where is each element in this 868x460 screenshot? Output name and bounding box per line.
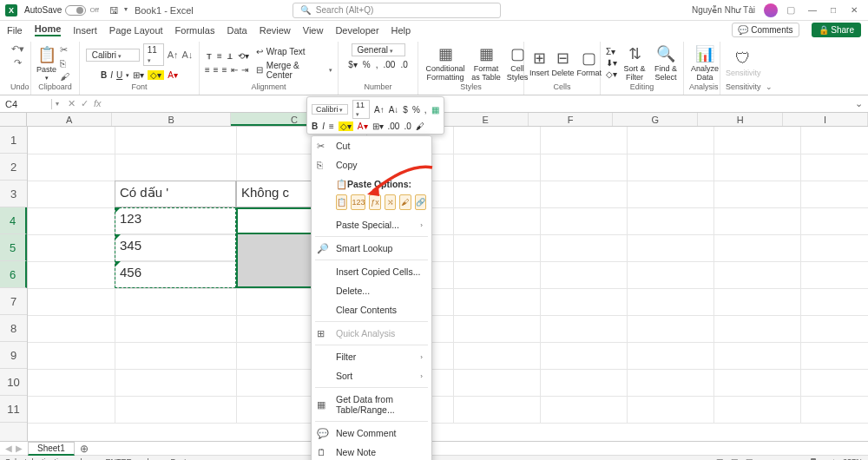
font-color-button[interactable]: A▾ [168,70,178,80]
font-size-select[interactable]: 11 [143,43,164,66]
mini-font-color-icon[interactable]: A▾ [358,122,368,131]
maximize-button[interactable]: □ [825,5,842,15]
paste-opt-link[interactable]: 🔗 [415,194,426,210]
fill-color-button[interactable]: ◇▾ [148,70,164,80]
menu-view[interactable]: View [303,25,324,36]
row-header-1[interactable]: 1 [0,127,27,154]
percent-button[interactable]: % [363,60,371,69]
analyze-data-button[interactable]: 📊Analyze Data [689,44,720,82]
row-header-2[interactable]: 2 [0,154,27,181]
sheet-prev-icon[interactable]: ◀ [5,444,12,453]
menu-file[interactable]: File [7,25,23,36]
paste-opt-transpose[interactable]: ⤭ [385,194,396,210]
mini-dec-decimal-icon[interactable]: .0 [404,122,411,131]
view-normal-icon[interactable]: ▦ [716,457,724,461]
fill-icon[interactable]: ⬇▾ [606,58,617,68]
mini-align-icon[interactable]: ≡ [329,122,334,131]
cm-smart-lookup[interactable]: 🔎Smart Lookup [312,239,431,258]
cm-insert-copied[interactable]: Insert Copied Cells... [312,262,431,281]
menu-help[interactable]: Help [391,25,411,36]
row-header-4[interactable]: 4 [0,207,27,234]
col-header-B[interactable]: B [112,113,231,126]
menu-data[interactable]: Data [227,25,247,36]
cm-cut[interactable]: ✂Cut [312,136,431,155]
row-header-5[interactable]: 5 [0,234,27,261]
delete-cells-button[interactable]: ⊟Delete [552,49,575,77]
orientation-icon[interactable]: ⟲▾ [238,51,249,61]
dec-decimal-icon[interactable]: .0 [400,60,407,69]
minimize-button[interactable]: — [804,5,821,15]
col-header-A[interactable]: A [27,113,112,126]
bold-button[interactable]: B [101,70,107,80]
col-header-H[interactable]: H [698,113,783,126]
cut-icon[interactable]: ✂ [60,44,69,56]
col-header-F[interactable]: F [529,113,614,126]
zoom-in-button[interactable]: + [832,457,836,461]
autosave-pill[interactable] [65,5,86,16]
view-break-icon[interactable]: ▣ [746,457,753,461]
comments-button[interactable]: 💬Comments [732,23,799,37]
format-as-table-button[interactable]: ▦Format as Table [469,44,503,82]
view-page-icon[interactable]: ▤ [731,457,739,461]
indent-dec-icon[interactable]: ⇤ [231,65,238,75]
expand-formula-icon[interactable]: ⌄ [850,98,868,109]
cancel-icon[interactable]: ✕ [68,98,76,109]
zoom-out-button[interactable]: − [760,457,765,461]
collapse-ribbon-icon[interactable]: ⌄ [762,79,776,95]
conditional-formatting-button[interactable]: ▦Conditional Formatting [424,44,467,82]
menu-home[interactable]: Home [35,23,62,36]
row-header-10[interactable]: 10 [0,369,27,396]
cell-B5[interactable]: 345 [115,234,236,261]
cm-sort[interactable]: Sort› [312,366,431,385]
cell-B3[interactable]: Có dấu ' [115,181,236,207]
row-header-11[interactable]: 11 [0,396,27,423]
paste-opt-formatting[interactable]: 🖌 [399,194,411,210]
menu-insert[interactable]: Insert [73,25,97,36]
mini-comma-icon[interactable]: , [424,105,427,115]
name-box[interactable]: C4 [0,99,52,109]
cell-B4[interactable]: 123 [115,207,236,234]
format-painter-icon[interactable]: 🖌 [60,71,69,82]
mini-format-painter-icon[interactable]: 🖌 [416,122,424,131]
sheet-tab-1[interactable]: Sheet1 [28,442,75,456]
user-name[interactable]: Nguyễn Như Tài [692,5,755,15]
wrap-text-button[interactable]: ↩Wrap Text [256,47,332,56]
menu-page-layout[interactable]: Page Layout [109,25,163,36]
row-header-3[interactable]: 3 [0,181,27,207]
cm-delete[interactable]: Delete... [312,281,431,300]
inc-decimal-icon[interactable]: .00 [384,60,396,69]
cell-B6[interactable]: 456 [115,261,236,288]
autosave-toggle[interactable]: AutoSave Off [24,5,99,16]
save-icon[interactable]: 🖫 [109,5,119,16]
align-middle-icon[interactable]: ≡ [217,51,222,61]
mini-bold-button[interactable]: B [312,122,318,131]
ribbon-mode-icon[interactable]: ▢ [786,4,795,16]
italic-button[interactable]: I [110,70,113,80]
paste-opt-all[interactable]: 📋 [336,194,347,210]
autosum-icon[interactable]: Σ▾ [606,47,617,56]
comma-button[interactable]: , [376,60,378,69]
col-header-I[interactable]: I [783,113,868,126]
qat-dropdown-icon[interactable]: ▾ [124,5,128,16]
menu-developer[interactable]: Developer [335,25,378,36]
select-all-corner[interactable] [0,113,27,126]
row-header-7[interactable]: 7 [0,288,27,315]
currency-button[interactable]: $▾ [348,60,358,69]
search-box[interactable]: 🔍 Search (Alt+Q) [293,3,501,18]
mini-italic-button[interactable]: I [322,122,325,131]
share-button[interactable]: 🔒 Share [812,23,861,37]
align-top-icon[interactable]: ⫪ [205,51,214,61]
mini-table-icon[interactable]: ▦ [431,105,439,115]
row-header-8[interactable]: 8 [0,315,27,342]
row-header-9[interactable]: 9 [0,342,27,369]
font-name-select[interactable]: Calibri [86,49,140,62]
mini-border-icon[interactable]: ⊞▾ [372,122,384,131]
cm-clear-contents[interactable]: Clear Contents [312,300,431,319]
cm-filter[interactable]: Filter› [312,347,431,366]
clear-icon[interactable]: ◇▾ [606,69,617,79]
indent-inc-icon[interactable]: ⇥ [241,65,248,75]
mini-grow-font-icon[interactable]: A↑ [374,105,385,115]
sheet-next-icon[interactable]: ▶ [16,444,23,453]
mini-percent-icon[interactable]: % [412,105,420,115]
add-sheet-button[interactable]: ⊕ [80,443,89,455]
